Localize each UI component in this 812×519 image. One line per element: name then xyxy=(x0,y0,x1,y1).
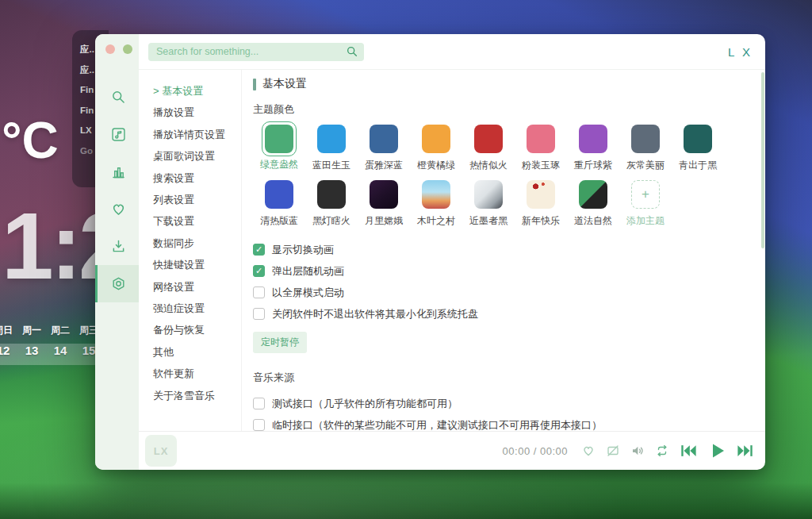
nav-item[interactable]: 列表设置 xyxy=(153,189,241,210)
lx-music-window: L X > 基本设置播放设置播放详情页设置桌面歌词设置搜索设置列表设置下载设置数… xyxy=(95,34,765,470)
theme-swatch-cell[interactable]: 木叶之村 xyxy=(410,180,462,228)
nav-item[interactable]: 网络设置 xyxy=(153,276,241,298)
nav-item[interactable]: 下载设置 xyxy=(153,210,241,232)
source-row: 临时接口（软件的某些功能不可用，建议测试接口不可用再使用本接口） xyxy=(253,414,602,431)
theme-swatch-cell[interactable]: 道法自然 xyxy=(567,180,619,228)
theme-swatch xyxy=(265,125,293,153)
theme-swatch-cell[interactable]: 新年快乐 xyxy=(515,180,567,228)
timer-pause-button[interactable]: 定时暂停 xyxy=(253,332,307,353)
nav-item[interactable]: 播放详情页设置 xyxy=(153,124,241,145)
calendar-date: 14 xyxy=(46,340,75,361)
calendar-weekday: 周日 xyxy=(0,324,17,337)
theme-swatch-cell[interactable]: 绿意盎然 xyxy=(253,125,305,172)
theme-name: 重斤球紫 xyxy=(574,159,612,172)
theme-swatch-cell[interactable]: 月里嫦娥 xyxy=(358,180,410,228)
theme-name: 绿意盎然 xyxy=(260,158,298,171)
toggle-row: ✓显示切换动画 xyxy=(253,239,753,260)
theme-name: 近墨者黑 xyxy=(469,214,508,228)
rail-item-search[interactable] xyxy=(95,79,139,116)
theme-swatch-cell[interactable]: 热情似火 xyxy=(462,125,515,172)
checkbox[interactable] xyxy=(253,286,265,298)
app-logo-text: L X xyxy=(728,45,753,59)
checkbox[interactable]: ✓ xyxy=(253,244,265,256)
theme-name: 清热版蓝 xyxy=(260,214,298,228)
theme-swatch-cell[interactable]: 蛋雅深蓝 xyxy=(358,125,410,172)
theme-swatch-cell[interactable]: 近墨者黑 xyxy=(462,180,515,228)
nav-item[interactable]: 快捷键设置 xyxy=(153,254,241,275)
toggle-row: 关闭软件时不退出软件将其最小化到系统托盘 xyxy=(253,303,753,325)
theme-swatch-cell[interactable]: 重斤球紫 xyxy=(567,125,619,172)
theme-swatch-cell[interactable]: 蓝田生玉 xyxy=(305,125,358,172)
nav-item[interactable]: 软件更新 xyxy=(153,363,241,384)
checkbox-label: 以全屏模式启动 xyxy=(272,286,344,300)
theme-swatch-cell[interactable]: 橙黄橘绿 xyxy=(410,125,462,172)
nav-item[interactable]: 数据同步 xyxy=(153,233,241,254)
theme-name: 木叶之村 xyxy=(417,214,455,228)
checkbox-label: 弹出层随机动画 xyxy=(272,264,344,279)
rail-item-settings[interactable] xyxy=(95,265,139,302)
calendar-weekday: 周一 xyxy=(17,324,46,337)
favorite-heart-icon[interactable] xyxy=(581,444,596,458)
nav-item[interactable]: 备份与恢复 xyxy=(153,319,241,340)
checkbox[interactable] xyxy=(253,398,265,409)
toggle-row: ✓弹出层随机动画 xyxy=(253,260,753,282)
rail-item-favorites[interactable] xyxy=(95,190,139,228)
volume-icon[interactable] xyxy=(630,444,645,458)
add-theme-button[interactable]: +添加主题 xyxy=(619,180,672,228)
settings-content: 基本设置 主题颜色 绿意盎然蓝田生玉蛋雅深蓝橙黄橘绿热情似火粉装玉琢重斤球紫灰常… xyxy=(242,70,765,431)
theme-swatch-cell[interactable]: 粉装玉琢 xyxy=(515,125,567,172)
calendar-weekday: 周二 xyxy=(46,324,75,337)
search-input[interactable] xyxy=(148,43,364,61)
nav-item[interactable]: 播放设置 xyxy=(153,102,241,123)
theme-swatch-cell[interactable]: 黑灯瞎火 xyxy=(305,180,358,228)
next-track-icon[interactable] xyxy=(737,442,754,459)
theme-swatch xyxy=(370,125,398,153)
theme-color-label: 主题颜色 xyxy=(253,102,753,117)
theme-name: 蛋雅深蓝 xyxy=(365,159,403,172)
settings-gear-icon xyxy=(110,275,127,292)
nav-item[interactable]: 强迫症设置 xyxy=(153,298,241,319)
theme-swatch xyxy=(631,125,660,153)
checkbox[interactable]: ✓ xyxy=(253,265,265,277)
scrollbar-thumb[interactable] xyxy=(761,72,764,248)
close-window-button[interactable] xyxy=(105,44,115,54)
desktop-lyrics-off-icon[interactable] xyxy=(606,444,620,458)
minimize-window-button[interactable] xyxy=(123,44,132,54)
theme-name: 新年快乐 xyxy=(522,214,560,228)
add-theme-plus-icon: + xyxy=(631,180,660,209)
checkbox[interactable] xyxy=(253,308,265,320)
theme-name: 蓝田生玉 xyxy=(312,159,350,172)
theme-name: 热情似火 xyxy=(469,159,508,172)
nav-item[interactable]: > 基本设置 xyxy=(153,80,241,102)
heart-icon xyxy=(110,201,127,217)
search-submit-icon[interactable] xyxy=(346,45,358,58)
selected-theme-ring xyxy=(262,121,297,156)
rail-item-songlist[interactable] xyxy=(95,116,139,153)
song-list-icon xyxy=(110,126,127,143)
play-icon[interactable] xyxy=(707,441,726,460)
theme-swatch xyxy=(527,125,555,153)
theme-swatch-cell[interactable]: 青出于黑 xyxy=(672,125,724,172)
section-title-bar xyxy=(253,79,256,90)
previous-track-icon[interactable] xyxy=(680,442,697,459)
nav-item[interactable]: 关于洛雪音乐 xyxy=(153,385,241,406)
rail-item-leaderboard[interactable] xyxy=(95,153,139,190)
checkbox-label: 显示切换动画 xyxy=(272,243,334,257)
nav-item[interactable]: 搜索设置 xyxy=(153,167,241,189)
theme-swatch xyxy=(317,180,346,209)
theme-swatch xyxy=(422,125,450,153)
theme-row-1: 绿意盎然蓝田生玉蛋雅深蓝橙黄橘绿热情似火粉装玉琢重斤球紫灰常美丽青出于黑 xyxy=(253,125,753,172)
checkbox[interactable] xyxy=(253,419,265,431)
nav-item[interactable]: 其他 xyxy=(153,341,241,363)
theme-swatch-cell[interactable]: 灰常美丽 xyxy=(619,125,672,172)
window-topbar: L X xyxy=(139,34,765,70)
nav-item[interactable]: 桌面歌词设置 xyxy=(153,145,241,167)
rail-item-download[interactable] xyxy=(95,228,139,265)
play-mode-loop-icon[interactable] xyxy=(655,444,669,458)
theme-name: 橙黄橘绿 xyxy=(417,159,455,172)
theme-swatch-cell[interactable]: 清热版蓝 xyxy=(253,180,305,228)
theme-swatch xyxy=(527,180,555,209)
player-bar: LX 00:00 / 00:00 xyxy=(139,431,765,470)
theme-name: 灰常美丽 xyxy=(626,159,665,172)
theme-name: 粉装玉琢 xyxy=(522,159,560,172)
